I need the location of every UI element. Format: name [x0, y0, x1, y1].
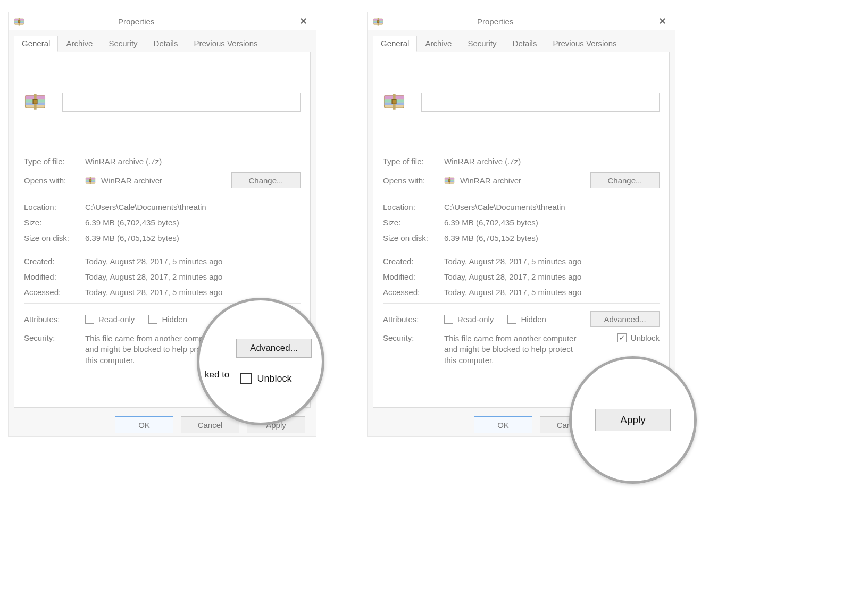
change-button[interactable]: Change...	[231, 172, 301, 188]
advanced-button[interactable]: Advanced...	[590, 311, 660, 327]
opens-with-rar-icon	[85, 175, 96, 186]
tab-general[interactable]: General	[14, 36, 58, 52]
label-size: Size:	[24, 218, 85, 227]
close-icon[interactable]: ✕	[655, 15, 670, 27]
tab-details[interactable]: Details	[505, 36, 545, 52]
label-size-on-disk: Size on disk:	[383, 233, 444, 242]
value-location: C:\Users\Cale\Documents\threatin	[85, 203, 206, 212]
label-security: Security:	[24, 333, 85, 342]
unblock-checkbox[interactable]: ✓Unblock	[617, 333, 660, 342]
label-attributes: Attributes:	[383, 315, 444, 324]
label-attributes: Attributes:	[24, 315, 85, 324]
value-size: 6.39 MB (6,702,435 bytes)	[444, 218, 538, 227]
titlebar[interactable]: Properties ✕	[368, 12, 675, 30]
tab-archive[interactable]: Archive	[417, 36, 460, 52]
security-message: This file came from another computer and…	[444, 333, 582, 366]
value-created: Today, August 28, 2017, 5 minutes ago	[444, 257, 581, 266]
titlebar[interactable]: Properties ✕	[9, 12, 316, 30]
file-rar-icon	[24, 61, 46, 142]
tab-general[interactable]: General	[373, 36, 417, 52]
value-accessed: Today, August 28, 2017, 5 minutes ago	[444, 288, 581, 297]
label-size: Size:	[383, 218, 444, 227]
label-created: Created:	[383, 257, 444, 266]
lens-apply-button[interactable]: Apply	[595, 409, 671, 431]
lens-text-fragment: ked to	[205, 369, 229, 380]
ok-button[interactable]: OK	[474, 416, 532, 433]
value-size-on-disk: 6.39 MB (6,705,152 bytes)	[85, 233, 179, 242]
label-opens-with: Opens with:	[383, 176, 444, 185]
value-size: 6.39 MB (6,702,435 bytes)	[85, 218, 179, 227]
label-type-of-file: Type of file:	[24, 157, 85, 166]
hidden-checkbox[interactable]: Hidden	[148, 315, 187, 324]
window-title: Properties	[118, 17, 154, 26]
window-rar-icon	[14, 16, 24, 27]
label-opens-with: Opens with:	[24, 176, 85, 185]
tab-security[interactable]: Security	[460, 36, 504, 52]
hidden-checkbox[interactable]: Hidden	[507, 315, 546, 324]
label-location: Location:	[383, 203, 444, 212]
lens-unblock-checkbox[interactable]: Unblock	[240, 373, 291, 384]
cancel-button[interactable]: Cancel	[181, 416, 239, 433]
tabstrip: General Archive Security Details Previou…	[9, 30, 316, 52]
value-size-on-disk: 6.39 MB (6,705,152 bytes)	[444, 233, 538, 242]
value-location: C:\Users\Cale\Documents\threatin	[444, 203, 565, 212]
readonly-checkbox[interactable]: Read-only	[85, 315, 135, 324]
window-rar-icon	[373, 16, 383, 27]
ok-button[interactable]: OK	[115, 416, 173, 433]
magnifier-right: Apply	[569, 356, 697, 484]
label-size-on-disk: Size on disk:	[24, 233, 85, 242]
value-opens-with: WinRAR archiver	[460, 176, 590, 185]
file-rar-icon	[383, 61, 405, 142]
change-button[interactable]: Change...	[590, 172, 660, 188]
value-type-of-file: WinRAR archive (.7z)	[85, 157, 162, 166]
readonly-checkbox[interactable]: Read-only	[444, 315, 494, 324]
value-type-of-file: WinRAR archive (.7z)	[444, 157, 521, 166]
value-created: Today, August 28, 2017, 5 minutes ago	[85, 257, 222, 266]
tab-archive[interactable]: Archive	[58, 36, 101, 52]
magnifier-left: Advanced... Unblock ked to	[197, 298, 324, 425]
label-modified: Modified:	[383, 272, 444, 281]
value-modified: Today, August 28, 2017, 2 minutes ago	[444, 272, 581, 281]
label-security: Security:	[383, 333, 444, 342]
value-modified: Today, August 28, 2017, 2 minutes ago	[85, 272, 222, 281]
label-modified: Modified:	[24, 272, 85, 281]
label-location: Location:	[24, 203, 85, 212]
lens-advanced-button[interactable]: Advanced...	[236, 339, 312, 358]
value-accessed: Today, August 28, 2017, 5 minutes ago	[85, 288, 222, 297]
label-accessed: Accessed:	[24, 288, 85, 297]
tab-previous-versions[interactable]: Previous Versions	[545, 36, 624, 52]
opens-with-rar-icon	[444, 175, 455, 186]
tab-previous-versions[interactable]: Previous Versions	[186, 36, 265, 52]
close-icon[interactable]: ✕	[296, 15, 311, 27]
tab-security[interactable]: Security	[101, 36, 145, 52]
filename-input[interactable]	[62, 93, 301, 112]
label-accessed: Accessed:	[383, 288, 444, 297]
tab-details[interactable]: Details	[146, 36, 186, 52]
tabstrip: General Archive Security Details Previou…	[368, 30, 675, 52]
value-opens-with: WinRAR archiver	[101, 176, 231, 185]
window-title: Properties	[477, 17, 513, 26]
filename-input[interactable]	[421, 93, 660, 112]
label-type-of-file: Type of file:	[383, 157, 444, 166]
general-panel: Type of file: WinRAR archive (.7z) Opens…	[373, 52, 670, 408]
label-created: Created:	[24, 257, 85, 266]
